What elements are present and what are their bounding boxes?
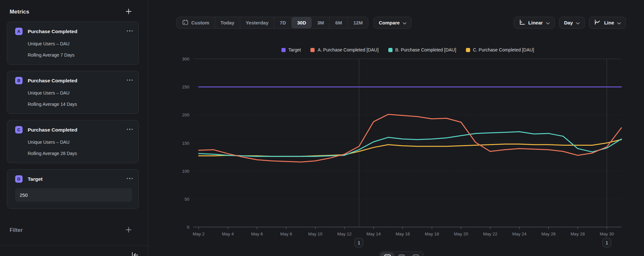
view-toggle — [379, 251, 424, 256]
legend-swatch — [388, 48, 393, 52]
compare-label: Compare — [379, 20, 400, 25]
chart-display-controls: Linear Day Line — [514, 17, 626, 29]
legend-item[interactable]: Target — [281, 47, 301, 52]
chart-type-select-button[interactable]: Line — [589, 17, 626, 29]
sidebar-divider — [0, 245, 148, 246]
annotation-badge[interactable]: 1 — [602, 238, 611, 247]
chart-with-table-view-icon — [398, 254, 405, 256]
target-value-input[interactable]: 250 — [15, 188, 132, 202]
chart-view-icon — [384, 254, 391, 256]
metric-definition-row[interactable]: Unique Users – DAU — [28, 140, 132, 145]
metric-card-header: BPurchase Completed — [15, 77, 132, 84]
filter-header: Filter — [10, 227, 132, 234]
annotation-badge[interactable]: 1 — [355, 238, 363, 247]
legend-swatch — [281, 48, 286, 52]
interval-select-button[interactable]: Day — [559, 17, 585, 29]
range-option-label: 6M — [335, 20, 342, 25]
metric-options-kebab-icon[interactable] — [126, 27, 133, 35]
range-option-6m[interactable]: 6M — [329, 17, 347, 28]
collapse-left-icon — [131, 252, 139, 256]
metric-card-header: APurchase Completed — [15, 28, 132, 35]
metrics-section-title: Metrics — [10, 9, 29, 15]
metric-card-b[interactable]: BPurchase CompletedUnique Users – DAURol… — [7, 71, 139, 114]
chart-toolbar: CustomTodayYesterday7D30D3M6M12M Compare… — [176, 17, 626, 29]
metric-letter-chip: D — [15, 175, 23, 183]
metric-title: Purchase Completed — [28, 127, 77, 133]
metric-definition-row[interactable]: Rolling Average 28 Days — [28, 151, 132, 156]
metric-card-list: APurchase CompletedUnique Users – DAURol… — [0, 22, 148, 209]
filter-section-title: Filter — [10, 227, 23, 233]
range-option-7d[interactable]: 7D — [274, 17, 291, 28]
linear-axis-icon — [519, 19, 525, 26]
chart-type-label: Line — [604, 20, 614, 25]
range-option-label: 12M — [353, 20, 363, 25]
chevron-down-icon — [546, 20, 550, 25]
metric-options-kebab-icon[interactable] — [126, 125, 133, 133]
table-view-icon — [412, 254, 419, 256]
metric-title: Target — [28, 176, 43, 182]
legend-item[interactable]: B. Purchase Completed [DAU] — [388, 47, 456, 52]
view-toggle-chart-with-table[interactable] — [395, 252, 408, 256]
range-option-yesterday[interactable]: Yesterday — [240, 17, 274, 28]
add-metric-button[interactable] — [126, 8, 132, 15]
legend-item[interactable]: C. Purchase Completed [DAU] — [466, 47, 534, 52]
metric-card-header: CPurchase Completed — [15, 126, 132, 133]
range-option-today[interactable]: Today — [215, 17, 240, 28]
scale-select-button[interactable]: Linear — [514, 17, 555, 29]
view-toggle-chart[interactable] — [381, 252, 394, 256]
range-option-custom[interactable]: Custom — [177, 17, 215, 28]
range-option-30d[interactable]: 30D — [291, 17, 312, 28]
metric-card-header: DTarget — [15, 175, 132, 183]
legend-label: Target — [289, 47, 301, 52]
calendar-icon — [182, 19, 188, 26]
range-option-label: Yesterday — [246, 20, 269, 25]
chevron-down-icon — [617, 20, 621, 25]
metric-card-d[interactable]: DTarget250 — [7, 169, 139, 209]
metric-title: Purchase Completed — [28, 29, 77, 34]
metrics-header: Metrics — [10, 8, 132, 15]
chart-panel: CustomTodayYesterday7D30D3M6M12M Compare… — [148, 0, 644, 256]
compare-button[interactable]: Compare — [374, 17, 412, 29]
range-option-label: 30D — [297, 20, 306, 25]
range-option-label: 3M — [317, 20, 324, 25]
chevron-down-icon — [403, 20, 406, 25]
date-range-control: CustomTodayYesterday7D30D3M6M12M — [176, 17, 368, 29]
scale-label: Linear — [528, 20, 543, 25]
legend-label: A. Purchase Completed [DAU] — [317, 47, 378, 52]
legend-label: B. Purchase Completed [DAU] — [395, 47, 456, 52]
metric-definition-row[interactable]: Unique Users – DAU — [28, 90, 132, 96]
metric-options-kebab-icon[interactable] — [126, 175, 133, 182]
chevron-down-icon — [576, 20, 580, 25]
metric-options-kebab-icon[interactable] — [126, 76, 133, 84]
legend-item[interactable]: A. Purchase Completed [DAU] — [310, 47, 378, 52]
metric-definition-row[interactable]: Rolling Average 14 Days — [28, 102, 132, 107]
interval-label: Day — [564, 20, 573, 25]
range-option-label: Today — [221, 20, 234, 25]
metric-letter-chip: A — [15, 28, 23, 35]
plus-icon — [126, 227, 132, 234]
legend-swatch — [466, 48, 470, 52]
metric-definition-row[interactable]: Rolling Average 7 Days — [28, 52, 132, 58]
plus-icon — [126, 8, 132, 15]
metric-card-c[interactable]: CPurchase CompletedUnique Users – DAURol… — [7, 120, 139, 163]
metrics-sidebar: Metrics APurchase CompletedUnique Users … — [0, 0, 148, 256]
metric-card-a[interactable]: APurchase CompletedUnique Users – DAURol… — [7, 22, 139, 65]
range-option-3m[interactable]: 3M — [312, 17, 330, 28]
metric-definition-row[interactable]: Unique Users – DAU — [28, 41, 132, 46]
line-chart-icon — [594, 19, 601, 26]
legend-swatch — [310, 48, 315, 52]
metric-title: Purchase Completed — [28, 78, 77, 84]
chart-legend: TargetA. Purchase Completed [DAU]B. Purc… — [194, 47, 622, 52]
collapse-sidebar-button[interactable] — [131, 252, 139, 256]
view-toggle-table[interactable] — [409, 252, 422, 256]
metric-letter-chip: B — [15, 77, 23, 84]
range-option-label: 7D — [280, 20, 286, 25]
range-option-label: Custom — [191, 20, 209, 25]
legend-label: C. Purchase Completed [DAU] — [473, 47, 534, 52]
metric-letter-chip: C — [15, 126, 23, 133]
add-filter-button[interactable] — [126, 227, 132, 234]
range-option-12m[interactable]: 12M — [347, 17, 368, 28]
